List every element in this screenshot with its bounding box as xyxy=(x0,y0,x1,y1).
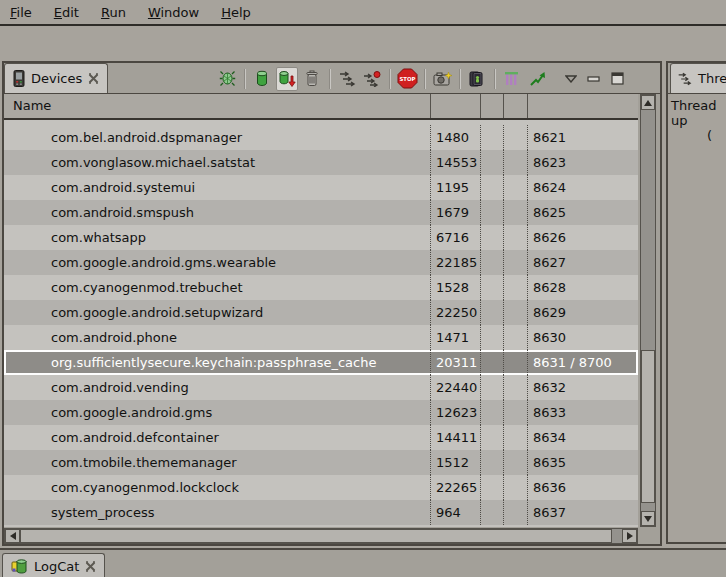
cell-process-name: org.sufficientlysecure.keychain:passphra… xyxy=(4,350,430,375)
cell-empty1 xyxy=(480,300,503,325)
table-row[interactable]: com.cyanogenmod.trebuchet 1528 8628 xyxy=(4,275,638,300)
dump-hprof-icon[interactable] xyxy=(276,67,298,91)
menu-item-window[interactable]: Window xyxy=(148,5,199,20)
arrow-down-icon xyxy=(644,516,652,522)
cell-process-name: system_process xyxy=(4,500,430,525)
screen-capture-camera-icon[interactable] xyxy=(431,67,453,91)
cell-pid: 964 xyxy=(430,500,480,525)
table-row[interactable]: com.google.android.setupwizard 22250 862… xyxy=(4,300,638,325)
maximize-icon[interactable] xyxy=(611,72,624,85)
cell-port: 8627 xyxy=(527,250,638,275)
cell-empty2 xyxy=(503,450,527,475)
horizontal-scroll-thumb[interactable] xyxy=(20,529,612,543)
column-header-port[interactable] xyxy=(527,94,638,118)
close-icon[interactable] xyxy=(85,561,96,572)
update-threads-icon[interactable] xyxy=(336,67,358,91)
cell-pid: 1528 xyxy=(430,275,480,300)
vertical-scrollbar[interactable] xyxy=(640,94,656,527)
cell-empty2 xyxy=(503,350,527,375)
column-header-name[interactable]: Name xyxy=(4,94,430,118)
table-row[interactable]: com.android.systemui 1195 8624 xyxy=(4,175,638,200)
debug-icon[interactable] xyxy=(216,67,238,91)
table-row[interactable]: com.google.android.gms 12623 8633 xyxy=(4,400,638,425)
cell-port: 8632 xyxy=(527,375,638,400)
logcat-bar: LogCat xyxy=(0,548,726,577)
table-row[interactable]: com.bel.android.dspmanager 1480 8621 xyxy=(4,125,638,150)
cell-pid: 1471 xyxy=(430,325,480,350)
menu-item-edit[interactable]: Edit xyxy=(54,5,79,20)
table-row[interactable]: org.sufficientlysecure.keychain:passphra… xyxy=(4,350,638,375)
threads-message-line1: Thread up xyxy=(671,98,726,128)
scroll-left-button[interactable] xyxy=(5,529,20,543)
arrow-left-icon xyxy=(10,532,16,540)
stop-icon[interactable]: STOP xyxy=(396,67,418,91)
cell-process-name: com.cyanogenmod.lockclock xyxy=(4,475,430,500)
column-header-pid[interactable] xyxy=(430,94,480,118)
cell-empty1 xyxy=(480,400,503,425)
menu-item-help[interactable]: Help xyxy=(221,5,251,20)
device-table-header: Name xyxy=(4,94,638,120)
arrow-right-icon xyxy=(627,532,633,540)
device-screen-capture-icon[interactable] xyxy=(466,67,488,91)
minimize-icon[interactable] xyxy=(587,74,601,83)
cell-process-name: com.vonglasow.michael.satstat xyxy=(4,150,430,175)
table-row[interactable]: com.google.android.gms.wearable 22185 86… xyxy=(4,250,638,275)
devices-panel: Devices xyxy=(2,61,662,546)
horizontal-scrollbar[interactable] xyxy=(4,528,638,544)
cell-port: 8637 xyxy=(527,500,638,525)
start-method-profiling-icon[interactable] xyxy=(361,67,383,91)
table-row[interactable]: system_process 964 8637 xyxy=(4,500,638,525)
table-row[interactable]: com.android.phone 1471 8630 xyxy=(4,325,638,350)
scroll-up-button[interactable] xyxy=(641,95,655,110)
cell-process-name: com.google.android.setupwizard xyxy=(4,300,430,325)
cell-port: 8630 xyxy=(527,325,638,350)
cell-pid: 14411 xyxy=(430,425,480,450)
cell-port: 8621 xyxy=(527,125,638,150)
table-row[interactable]: com.tmobile.thememanager 1512 8635 xyxy=(4,450,638,475)
cell-empty2 xyxy=(503,300,527,325)
column-header-empty2[interactable] xyxy=(503,94,527,118)
tab-logcat[interactable]: LogCat xyxy=(2,553,105,577)
vertical-scroll-thumb[interactable] xyxy=(641,350,655,503)
cell-empty1 xyxy=(480,150,503,175)
cell-empty2 xyxy=(503,125,527,150)
arrow-up-icon xyxy=(644,100,652,106)
cell-empty1 xyxy=(480,275,503,300)
update-heap-icon[interactable] xyxy=(251,67,273,91)
cell-empty2 xyxy=(503,275,527,300)
threads-panel: Threa Thread up ( xyxy=(666,61,726,544)
table-row[interactable]: com.whatsapp 6716 8626 xyxy=(4,225,638,250)
cell-pid: 6716 xyxy=(430,225,480,250)
cell-empty1 xyxy=(480,125,503,150)
cell-port: 8623 xyxy=(527,150,638,175)
scroll-right-button[interactable] xyxy=(622,529,637,543)
menu-item-run[interactable]: Run xyxy=(101,5,126,20)
cell-port: 8629 xyxy=(527,300,638,325)
tab-threads[interactable]: Threa xyxy=(670,63,726,93)
cell-pid: 22250 xyxy=(430,300,480,325)
column-header-empty1[interactable] xyxy=(480,94,503,118)
capture-system-trace-icon[interactable] xyxy=(501,67,523,91)
table-row[interactable]: com.cyanogenmod.lockclock 22265 8636 xyxy=(4,475,638,500)
table-row[interactable]: com.vonglasow.michael.satstat 14553 8623 xyxy=(4,150,638,175)
cell-pid: 1512 xyxy=(430,450,480,475)
cell-port: 8634 xyxy=(527,425,638,450)
scroll-down-button[interactable] xyxy=(641,511,655,526)
devices-tab-label: Devices xyxy=(31,71,82,86)
logcat-tab-label: LogCat xyxy=(34,559,79,574)
table-row[interactable]: com.android.smspush 1679 8625 xyxy=(4,200,638,225)
cell-process-name: com.cyanogenmod.trebuchet xyxy=(4,275,430,300)
cell-process-name: com.android.smspush xyxy=(4,200,430,225)
table-row[interactable]: com.android.vending 22440 8632 xyxy=(4,375,638,400)
cell-process-name: com.google.android.gms xyxy=(4,400,430,425)
refresh-arrow-icon[interactable] xyxy=(526,67,548,91)
cell-pid: 22185 xyxy=(430,250,480,275)
tab-devices[interactable]: Devices xyxy=(4,63,108,93)
devices-tabrow: Devices xyxy=(4,63,660,94)
menu-item-file[interactable]: File xyxy=(10,5,32,20)
view-menu-chevron-icon[interactable] xyxy=(565,75,577,83)
cause-gc-trash-icon[interactable] xyxy=(301,67,323,91)
table-row[interactable]: com.android.defcontainer 14411 8634 xyxy=(4,425,638,450)
close-icon[interactable] xyxy=(88,73,99,84)
cell-empty2 xyxy=(503,400,527,425)
